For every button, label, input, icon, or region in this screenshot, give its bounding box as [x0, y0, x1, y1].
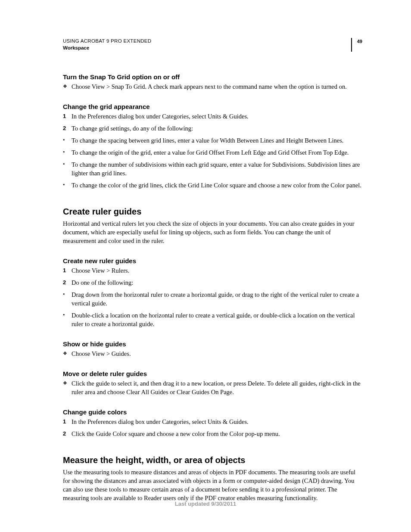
page-number: 49	[351, 38, 362, 52]
bullet-icon: •	[63, 148, 65, 156]
list-item: 1Choose View > Rulers.	[63, 266, 362, 275]
heading-change-guide-colors: Change guide colors	[63, 408, 362, 416]
footer-last-updated: Last updated 9/30/2011	[0, 501, 411, 507]
list-item: 2To change grid settings, do any of the …	[63, 124, 362, 133]
text: Double-click a location on the horizonta…	[72, 312, 355, 327]
text: In the Preferences dialog box under Cate…	[72, 113, 249, 120]
bullet-icon: •	[63, 311, 65, 319]
list-new-ruler-guides-steps: 1Choose View > Rulers. 2Do one of the fo…	[63, 266, 362, 287]
header-left: USING ACROBAT 9 PRO EXTENDED Workspace	[63, 38, 151, 51]
heading-show-hide-guides: Show or hide guides	[63, 340, 362, 348]
bullet-icon: •	[63, 181, 65, 189]
text: To change grid settings, do any of the f…	[72, 125, 193, 132]
text: Do one of the following:	[72, 279, 133, 286]
diamond-icon: ❖	[63, 350, 67, 357]
list-item: ❖Choose View > Guides.	[63, 349, 362, 358]
doc-title: USING ACROBAT 9 PRO EXTENDED	[63, 38, 151, 45]
list-item: •To change the spacing between grid line…	[63, 136, 362, 145]
list-move-delete-guides: ❖Click the guide to select it, and then …	[63, 379, 362, 396]
step-number: 1	[63, 112, 66, 120]
text: To change the color of the grid lines, c…	[72, 182, 361, 189]
list-item: •Drag down from the horizontal ruler to …	[63, 290, 362, 308]
list-item: 2Do one of the following:	[63, 278, 362, 287]
heading-measure-objects: Measure the height, width, or area of ob…	[63, 455, 362, 465]
bullet-icon: •	[63, 136, 65, 144]
list-item: ❖Choose View > Snap To Grid. A check mar…	[63, 82, 362, 91]
heading-new-ruler-guides: Create new ruler guides	[63, 257, 362, 264]
step-number: 1	[63, 267, 66, 274]
list-item: 1In the Preferences dialog box under Cat…	[63, 417, 362, 426]
diamond-icon: ❖	[63, 83, 67, 90]
step-number: 2	[63, 124, 66, 132]
diamond-icon: ❖	[63, 380, 67, 386]
list-item: •To change the number of subdivisions wi…	[63, 160, 362, 177]
running-header: USING ACROBAT 9 PRO EXTENDED Workspace 4…	[63, 38, 362, 52]
text: To change the spacing between grid lines…	[72, 137, 344, 144]
bullet-icon: •	[63, 290, 65, 298]
step-number: 2	[63, 279, 66, 286]
text: Click the guide to select it, and then d…	[72, 380, 361, 395]
list-show-hide-guides: ❖Choose View > Guides.	[63, 349, 362, 358]
list-item: 1In the Preferences dialog box under Cat…	[63, 112, 362, 121]
list-grid-appearance-options: •To change the spacing between grid line…	[63, 136, 362, 190]
step-number: 1	[63, 418, 66, 426]
text: Choose View > Snap To Grid. A check mark…	[72, 83, 347, 90]
text: To change the number of subdivisions wit…	[72, 161, 360, 177]
text: Choose View > Guides.	[72, 350, 131, 357]
list-change-guide-colors: 1In the Preferences dialog box under Cat…	[63, 417, 362, 438]
intro-measure-objects: Use the measuring tools to measure dista…	[63, 468, 362, 502]
list-item: 2Click the Guide Color square and choose…	[63, 429, 362, 438]
list-item: •To change the origin of the grid, enter…	[63, 148, 362, 157]
text: Drag down from the horizontal ruler to c…	[72, 291, 359, 307]
text: To change the origin of the grid, enter …	[72, 149, 349, 156]
heading-grid-appearance: Change the grid appearance	[63, 103, 362, 110]
intro-create-ruler-guides: Horizontal and vertical rulers let you c…	[63, 219, 362, 245]
heading-snap-to-grid: Turn the Snap To Grid option on or off	[63, 73, 362, 81]
text: Click the Guide Color square and choose …	[72, 430, 280, 437]
heading-move-delete-guides: Move or delete ruler guides	[63, 370, 362, 377]
list-grid-appearance-steps: 1In the Preferences dialog box under Cat…	[63, 112, 362, 133]
bullet-icon: •	[63, 160, 65, 168]
text: Choose View > Rulers.	[72, 267, 129, 274]
step-number: 2	[63, 430, 66, 438]
heading-create-ruler-guides: Create ruler guides	[63, 207, 362, 217]
list-item: ❖Click the guide to select it, and then …	[63, 379, 362, 396]
page: USING ACROBAT 9 PRO EXTENDED Workspace 4…	[0, 0, 411, 532]
text: In the Preferences dialog box under Cate…	[72, 418, 249, 425]
list-snap-to-grid: ❖Choose View > Snap To Grid. A check mar…	[63, 82, 362, 91]
list-new-ruler-guides-options: •Drag down from the horizontal ruler to …	[63, 290, 362, 328]
list-item: •To change the color of the grid lines, …	[63, 181, 362, 190]
doc-section: Workspace	[63, 45, 151, 52]
list-item: •Double-click a location on the horizont…	[63, 311, 362, 328]
